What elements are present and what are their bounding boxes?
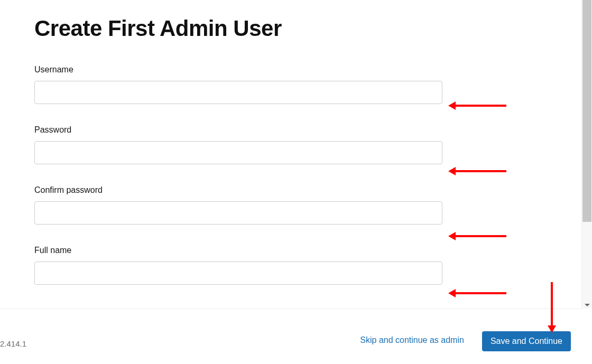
annotation-arrow-icon xyxy=(454,235,506,237)
annotation-arrow-icon xyxy=(551,282,553,328)
scrollbar-thumb[interactable] xyxy=(582,0,591,222)
password-group: Password xyxy=(34,125,581,164)
username-label: Username xyxy=(34,65,581,74)
annotation-arrow-icon xyxy=(454,170,506,172)
password-label: Password xyxy=(34,125,581,135)
version-text: 2.414.1 xyxy=(0,339,26,348)
annotation-arrow-icon xyxy=(454,105,506,107)
full-name-group: Full name xyxy=(34,246,581,285)
save-continue-button[interactable]: Save and Continue xyxy=(482,331,571,351)
full-name-input[interactable] xyxy=(34,262,442,285)
annotation-arrow-icon xyxy=(454,292,506,294)
footer-bar: 2.414.1 Skip and continue as admin Save … xyxy=(0,309,581,364)
form-scroll-area: Create First Admin User Username Passwor… xyxy=(0,0,581,309)
skip-button[interactable]: Skip and continue as admin xyxy=(358,330,466,350)
vertical-scrollbar[interactable] xyxy=(581,0,592,309)
full-name-label: Full name xyxy=(34,246,581,255)
confirm-password-label: Confirm password xyxy=(34,185,581,195)
confirm-password-group: Confirm password xyxy=(34,185,581,225)
password-input[interactable] xyxy=(34,141,442,164)
scrollbar-down-arrow-icon[interactable] xyxy=(585,304,590,306)
page-title: Create First Admin User xyxy=(34,16,581,41)
confirm-password-input[interactable] xyxy=(34,201,442,225)
username-input[interactable] xyxy=(34,81,442,104)
username-group: Username xyxy=(34,65,581,104)
